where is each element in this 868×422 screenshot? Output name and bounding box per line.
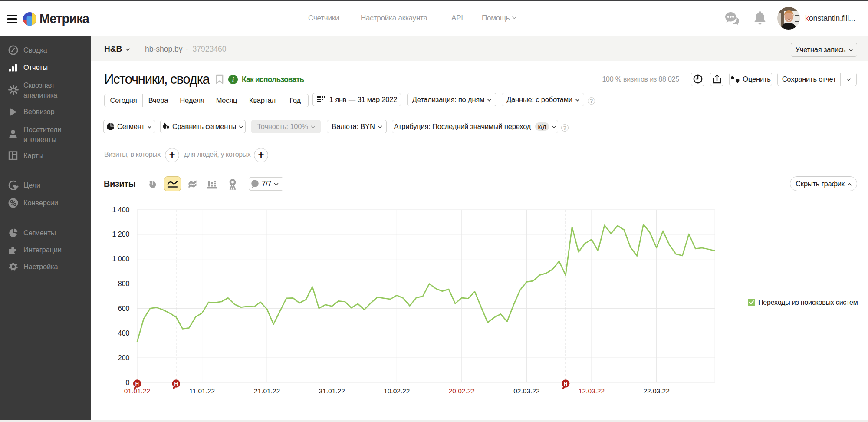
- svg-text:800: 800: [118, 280, 130, 287]
- svg-text:1 000: 1 000: [112, 255, 129, 263]
- svg-text:0: 0: [126, 379, 130, 386]
- svg-text:11.01.22: 11.01.22: [189, 387, 215, 395]
- svg-text:H: H: [174, 381, 178, 386]
- svg-text:1 400: 1 400: [112, 206, 129, 214]
- svg-text:31.01.22: 31.01.22: [319, 387, 345, 395]
- svg-text:01.01.22: 01.01.22: [124, 387, 150, 395]
- svg-text:1 200: 1 200: [112, 231, 129, 238]
- svg-text:02.03.22: 02.03.22: [513, 387, 539, 395]
- svg-text:21.01.22: 21.01.22: [254, 387, 280, 395]
- svg-text:H: H: [564, 381, 567, 386]
- svg-text:20.02.22: 20.02.22: [449, 387, 475, 395]
- svg-text:22.03.22: 22.03.22: [643, 387, 669, 395]
- svg-text:H: H: [135, 381, 139, 386]
- svg-text:10.02.22: 10.02.22: [384, 387, 410, 395]
- svg-text:400: 400: [118, 330, 130, 337]
- svg-text:600: 600: [118, 305, 130, 312]
- svg-text:12.03.22: 12.03.22: [579, 387, 605, 395]
- svg-text:200: 200: [118, 354, 130, 362]
